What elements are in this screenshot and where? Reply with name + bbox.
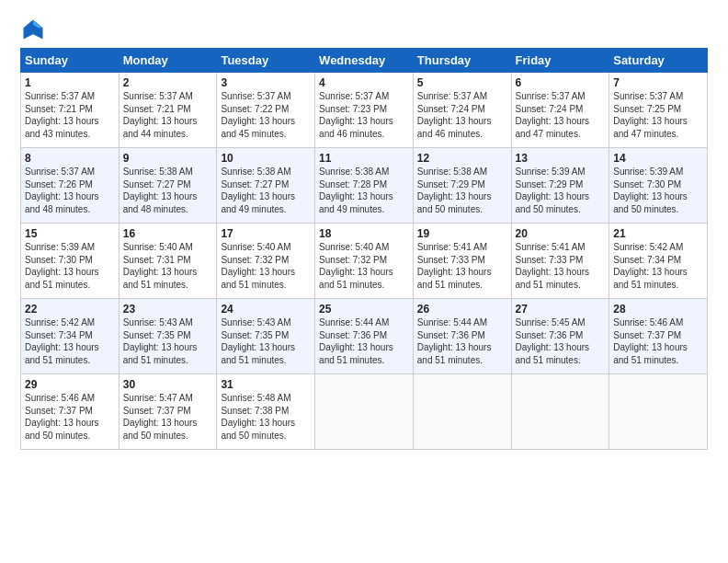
- day-cell-23: 23Sunrise: 5:43 AMSunset: 7:35 PMDayligh…: [119, 299, 217, 374]
- day-number: 17: [221, 227, 311, 240]
- day-number: 28: [613, 303, 703, 316]
- day-cell-25: 25Sunrise: 5:44 AMSunset: 7:36 PMDayligh…: [315, 299, 414, 374]
- cell-text: Sunrise: 5:37 AMSunset: 7:25 PMDaylight:…: [613, 90, 703, 140]
- day-number: 4: [319, 76, 409, 89]
- day-cell-13: 13Sunrise: 5:39 AMSunset: 7:29 PMDayligh…: [511, 148, 609, 224]
- cell-text: Sunrise: 5:37 AMSunset: 7:24 PMDaylight:…: [516, 90, 606, 140]
- day-number: 11: [319, 152, 409, 165]
- day-number: 5: [417, 76, 507, 89]
- day-cell-10: 10Sunrise: 5:38 AMSunset: 7:27 PMDayligh…: [217, 148, 315, 224]
- day-number: 15: [25, 227, 115, 240]
- day-cell-28: 28Sunrise: 5:46 AMSunset: 7:37 PMDayligh…: [609, 299, 708, 374]
- day-cell-6: 6Sunrise: 5:37 AMSunset: 7:24 PMDaylight…: [511, 73, 609, 148]
- cell-text: Sunrise: 5:44 AMSunset: 7:36 PMDaylight:…: [417, 316, 507, 366]
- day-number: 19: [417, 227, 507, 240]
- day-cell-5: 5Sunrise: 5:37 AMSunset: 7:24 PMDaylight…: [413, 73, 511, 148]
- cell-text: Sunrise: 5:46 AMSunset: 7:37 PMDaylight:…: [25, 392, 115, 442]
- day-number: 2: [123, 76, 213, 89]
- day-number: 21: [613, 227, 703, 240]
- cell-text: Sunrise: 5:42 AMSunset: 7:34 PMDaylight:…: [25, 316, 115, 366]
- cell-text: Sunrise: 5:37 AMSunset: 7:23 PMDaylight:…: [319, 90, 409, 140]
- week-row-1: 1Sunrise: 5:37 AMSunset: 7:21 PMDaylight…: [21, 73, 708, 148]
- day-cell-22: 22Sunrise: 5:42 AMSunset: 7:34 PMDayligh…: [21, 299, 119, 374]
- week-row-4: 22Sunrise: 5:42 AMSunset: 7:34 PMDayligh…: [21, 299, 708, 374]
- day-cell-29: 29Sunrise: 5:46 AMSunset: 7:37 PMDayligh…: [21, 374, 119, 450]
- day-number: 16: [123, 227, 213, 240]
- day-cell-8: 8Sunrise: 5:37 AMSunset: 7:26 PMDaylight…: [21, 148, 119, 224]
- day-cell-24: 24Sunrise: 5:43 AMSunset: 7:35 PMDayligh…: [217, 299, 315, 374]
- day-cell-3: 3Sunrise: 5:37 AMSunset: 7:22 PMDaylight…: [217, 73, 315, 148]
- cell-text: Sunrise: 5:39 AMSunset: 7:30 PMDaylight:…: [25, 241, 115, 291]
- day-header-sunday: Sunday: [21, 49, 119, 73]
- day-cell-21: 21Sunrise: 5:42 AMSunset: 7:34 PMDayligh…: [609, 224, 708, 299]
- week-row-5: 29Sunrise: 5:46 AMSunset: 7:37 PMDayligh…: [21, 374, 708, 450]
- cell-text: Sunrise: 5:38 AMSunset: 7:28 PMDaylight:…: [319, 166, 409, 215]
- cell-text: Sunrise: 5:38 AMSunset: 7:27 PMDaylight:…: [123, 166, 213, 215]
- day-cell-11: 11Sunrise: 5:38 AMSunset: 7:28 PMDayligh…: [315, 148, 414, 224]
- days-header-row: SundayMondayTuesdayWednesdayThursdayFrid…: [21, 49, 708, 73]
- day-number: 22: [25, 303, 115, 316]
- cell-text: Sunrise: 5:37 AMSunset: 7:22 PMDaylight:…: [221, 90, 311, 140]
- empty-cell: [609, 374, 708, 450]
- header-row: [20, 17, 708, 42]
- calendar-table: SundayMondayTuesdayWednesdayThursdayFrid…: [20, 48, 708, 450]
- day-number: 27: [516, 303, 606, 316]
- day-number: 1: [25, 76, 115, 89]
- calendar-body: 1Sunrise: 5:37 AMSunset: 7:21 PMDaylight…: [21, 73, 708, 450]
- cell-text: Sunrise: 5:41 AMSunset: 7:33 PMDaylight:…: [516, 241, 606, 291]
- cell-text: Sunrise: 5:37 AMSunset: 7:26 PMDaylight:…: [25, 166, 115, 215]
- cell-text: Sunrise: 5:38 AMSunset: 7:29 PMDaylight:…: [417, 166, 507, 215]
- day-cell-30: 30Sunrise: 5:47 AMSunset: 7:37 PMDayligh…: [119, 374, 217, 450]
- day-cell-20: 20Sunrise: 5:41 AMSunset: 7:33 PMDayligh…: [511, 224, 609, 299]
- day-number: 25: [319, 303, 409, 316]
- cell-text: Sunrise: 5:44 AMSunset: 7:36 PMDaylight:…: [319, 316, 409, 366]
- day-cell-17: 17Sunrise: 5:40 AMSunset: 7:32 PMDayligh…: [217, 224, 315, 299]
- day-number: 10: [221, 152, 311, 165]
- empty-cell: [511, 374, 609, 450]
- cell-text: Sunrise: 5:40 AMSunset: 7:31 PMDaylight:…: [123, 241, 213, 291]
- cell-text: Sunrise: 5:40 AMSunset: 7:32 PMDaylight:…: [221, 241, 311, 291]
- week-row-2: 8Sunrise: 5:37 AMSunset: 7:26 PMDaylight…: [21, 148, 708, 224]
- day-cell-9: 9Sunrise: 5:38 AMSunset: 7:27 PMDaylight…: [119, 148, 217, 224]
- day-cell-18: 18Sunrise: 5:40 AMSunset: 7:32 PMDayligh…: [315, 224, 414, 299]
- cell-text: Sunrise: 5:40 AMSunset: 7:32 PMDaylight:…: [319, 241, 409, 291]
- day-number: 8: [25, 152, 115, 165]
- day-number: 13: [516, 152, 606, 165]
- day-cell-27: 27Sunrise: 5:45 AMSunset: 7:36 PMDayligh…: [511, 299, 609, 374]
- day-cell-15: 15Sunrise: 5:39 AMSunset: 7:30 PMDayligh…: [21, 224, 119, 299]
- day-cell-16: 16Sunrise: 5:40 AMSunset: 7:31 PMDayligh…: [119, 224, 217, 299]
- cell-text: Sunrise: 5:48 AMSunset: 7:38 PMDaylight:…: [221, 392, 311, 442]
- day-number: 31: [221, 378, 311, 391]
- day-cell-4: 4Sunrise: 5:37 AMSunset: 7:23 PMDaylight…: [315, 73, 414, 148]
- day-number: 3: [221, 76, 311, 89]
- empty-cell: [413, 374, 511, 450]
- day-number: 26: [417, 303, 507, 316]
- day-header-friday: Friday: [511, 49, 609, 73]
- logo: [20, 17, 50, 42]
- day-header-saturday: Saturday: [609, 49, 708, 73]
- day-number: 6: [516, 76, 606, 89]
- day-cell-19: 19Sunrise: 5:41 AMSunset: 7:33 PMDayligh…: [413, 224, 511, 299]
- day-cell-12: 12Sunrise: 5:38 AMSunset: 7:29 PMDayligh…: [413, 148, 511, 224]
- cell-text: Sunrise: 5:46 AMSunset: 7:37 PMDaylight:…: [613, 316, 703, 366]
- day-number: 18: [319, 227, 409, 240]
- day-header-thursday: Thursday: [413, 49, 511, 73]
- day-header-wednesday: Wednesday: [315, 49, 414, 73]
- cell-text: Sunrise: 5:38 AMSunset: 7:27 PMDaylight:…: [221, 166, 311, 215]
- day-cell-31: 31Sunrise: 5:48 AMSunset: 7:38 PMDayligh…: [217, 374, 315, 450]
- cell-text: Sunrise: 5:37 AMSunset: 7:21 PMDaylight:…: [123, 90, 213, 140]
- day-number: 20: [516, 227, 606, 240]
- day-number: 12: [417, 152, 507, 165]
- cell-text: Sunrise: 5:43 AMSunset: 7:35 PMDaylight:…: [123, 316, 213, 366]
- week-row-3: 15Sunrise: 5:39 AMSunset: 7:30 PMDayligh…: [21, 224, 708, 299]
- day-number: 24: [221, 303, 311, 316]
- day-number: 30: [123, 378, 213, 391]
- cell-text: Sunrise: 5:37 AMSunset: 7:21 PMDaylight:…: [25, 90, 115, 140]
- day-cell-26: 26Sunrise: 5:44 AMSunset: 7:36 PMDayligh…: [413, 299, 511, 374]
- day-header-monday: Monday: [119, 49, 217, 73]
- day-cell-1: 1Sunrise: 5:37 AMSunset: 7:21 PMDaylight…: [21, 73, 119, 148]
- page: SundayMondayTuesdayWednesdayThursdayFrid…: [0, 0, 728, 459]
- day-number: 29: [25, 378, 115, 391]
- cell-text: Sunrise: 5:42 AMSunset: 7:34 PMDaylight:…: [613, 241, 703, 291]
- cell-text: Sunrise: 5:39 AMSunset: 7:29 PMDaylight:…: [516, 166, 606, 215]
